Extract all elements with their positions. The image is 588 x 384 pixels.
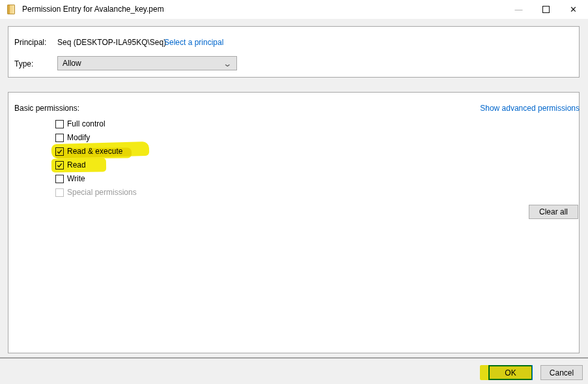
- type-dropdown[interactable]: Allow ⌄: [57, 56, 237, 70]
- basic-permissions-heading: Basic permissions:: [14, 104, 79, 113]
- permission-row: Modify: [55, 133, 90, 143]
- ok-button[interactable]: OK: [488, 365, 533, 380]
- checkmark-icon: [56, 162, 63, 169]
- checkmark-icon: [56, 148, 63, 155]
- chevron-down-icon: ⌄: [223, 59, 232, 68]
- checkbox: [55, 188, 64, 197]
- show-advanced-permissions-link[interactable]: Show advanced permissions: [480, 104, 580, 113]
- permission-entry-dialog: Permission Entry for Avalanche_key.pem —…: [0, 0, 588, 384]
- maximize-icon: [542, 6, 550, 13]
- principal-label: Principal:: [14, 38, 46, 47]
- maximize-button[interactable]: [531, 0, 561, 19]
- minimize-icon: —: [515, 5, 523, 14]
- titlebar: Permission Entry for Avalanche_key.pem —…: [0, 0, 588, 19]
- permission-label: Special permissions: [67, 188, 137, 197]
- footer-divider: [0, 357, 588, 359]
- select-principal-link[interactable]: Select a principal: [164, 38, 223, 47]
- permission-label: Write: [67, 175, 85, 183]
- close-button[interactable]: ✕: [559, 0, 588, 19]
- minimize-button[interactable]: —: [504, 0, 533, 19]
- permission-row: Full control: [55, 119, 105, 129]
- clear-all-label: Clear all: [539, 207, 568, 216]
- permission-row: Special permissions: [55, 188, 137, 198]
- type-dropdown-value: Allow: [63, 59, 224, 68]
- checked-checkbox[interactable]: [55, 147, 64, 156]
- checkbox[interactable]: [55, 134, 64, 142]
- permission-row: Read: [55, 160, 86, 170]
- permission-row: Write: [55, 174, 85, 184]
- clear-all-button[interactable]: Clear all: [529, 205, 578, 219]
- type-label: Type:: [14, 59, 33, 68]
- file-icon: [7, 5, 15, 14]
- permission-label: Read: [67, 161, 86, 170]
- cancel-label: Cancel: [550, 368, 574, 377]
- permission-row: Read & execute: [55, 147, 122, 156]
- cancel-button[interactable]: Cancel: [540, 365, 583, 380]
- principal-value: Seq (DESKTOP-ILA95KQ\Seq): [57, 38, 166, 47]
- checkbox[interactable]: [55, 175, 64, 183]
- checked-checkbox[interactable]: [55, 161, 64, 170]
- permission-label: Full control: [67, 120, 105, 128]
- ok-label: OK: [505, 368, 516, 377]
- close-icon: ✕: [570, 5, 577, 14]
- permissions-panel: [8, 92, 580, 353]
- permission-label: Read & execute: [67, 147, 122, 156]
- checkbox[interactable]: [55, 120, 64, 128]
- window-title: Permission Entry for Avalanche_key.pem: [22, 0, 164, 19]
- permission-label: Modify: [67, 134, 90, 142]
